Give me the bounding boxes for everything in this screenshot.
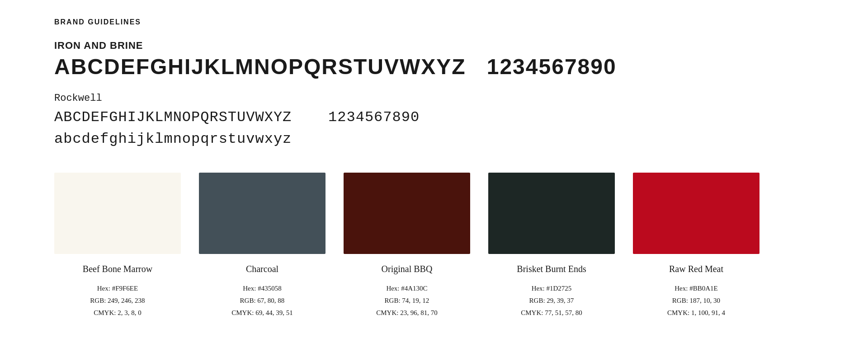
color-palette: Beef Bone MarrowHex: #F9F6EERGB: 249, 24… [54, 173, 814, 319]
color-card-3: Brisket Burnt EndsHex: #1D2725RGB: 29, 3… [488, 173, 615, 319]
color-name-2: Original BBQ [382, 264, 433, 274]
color-swatch-2 [344, 173, 470, 254]
color-name-3: Brisket Burnt Ends [517, 264, 586, 274]
color-card-1: CharcoalHex: #435058RGB: 67, 80, 88CMYK:… [199, 173, 326, 319]
color-name-4: Raw Red Meat [669, 264, 723, 274]
iron-brine-font-name: IRON AND BRINE [54, 40, 814, 52]
brand-guidelines-page: BRAND GUIDELINES IRON AND BRINE ABCDEFGH… [54, 18, 814, 319]
color-swatch-4 [633, 173, 760, 254]
color-details-4: Hex: #BB0A1ERGB: 187, 10, 30CMYK: 1, 100… [667, 282, 725, 319]
iron-brine-alphabet: ABCDEFGHIJKLMNOPQRSTUVWXYZ 1234567890 [54, 54, 814, 79]
color-card-4: Raw Red MeatHex: #BB0A1ERGB: 187, 10, 30… [633, 173, 760, 319]
color-card-0: Beef Bone MarrowHex: #F9F6EERGB: 249, 24… [54, 173, 181, 319]
color-name-0: Beef Bone Marrow [83, 264, 152, 274]
brand-label: BRAND GUIDELINES [54, 18, 814, 26]
color-swatch-0 [54, 173, 181, 254]
rockwell-display: ABCDEFGHIJKLMNOPQRSTUVWXYZ 1234567890 ab… [54, 107, 814, 150]
color-details-0: Hex: #F9F6EERGB: 249, 246, 238CMYK: 2, 3… [90, 282, 145, 319]
rockwell-lower: abcdefghijklmnopqrstuvwxyz [54, 128, 814, 150]
color-swatch-1 [199, 173, 326, 254]
color-details-3: Hex: #1D2725RGB: 29, 39, 37CMYK: 77, 51,… [521, 282, 582, 319]
rockwell-upper-numbers: ABCDEFGHIJKLMNOPQRSTUVWXYZ 1234567890 [54, 107, 814, 128]
color-details-1: Hex: #435058RGB: 67, 80, 88CMYK: 69, 44,… [231, 282, 292, 319]
color-name-1: Charcoal [246, 264, 278, 274]
color-swatch-3 [488, 173, 615, 254]
iron-brine-font-section: IRON AND BRINE ABCDEFGHIJKLMNOPQRSTUVWXY… [54, 40, 814, 79]
color-card-2: Original BBQHex: #4A130CRGB: 74, 19, 12C… [344, 173, 470, 319]
rockwell-font-name: Rockwell [54, 93, 814, 104]
rockwell-font-section: Rockwell ABCDEFGHIJKLMNOPQRSTUVWXYZ 1234… [54, 93, 814, 150]
color-details-2: Hex: #4A130CRGB: 74, 19, 12CMYK: 23, 96,… [376, 282, 437, 319]
